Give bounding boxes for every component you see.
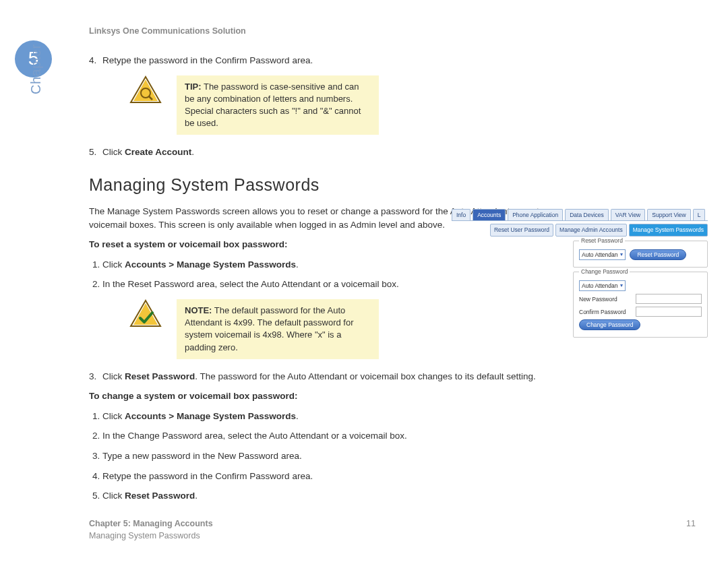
tip-text: The password is case-sensitive and can b… [185,82,361,129]
step-4-text: Retype the password in the Confirm Passw… [102,55,313,65]
change-step-4: Retype the password in the Confirm Passw… [102,470,581,483]
new-password-row: New Password [579,294,702,304]
change-steps-list: Click Accounts > Manage System Passwords… [89,410,581,503]
note-label: NOTE: [185,305,212,315]
subtab-manage-system-passwords[interactable]: Manage System Passwords [629,224,708,236]
footer-section: Managing System Passwords [89,530,213,542]
change-target-select[interactable]: Auto Attendan ▾ [579,280,626,291]
main-tabs-row: Info Accounts Phone Application Data Dev… [452,209,708,221]
change-step-2: In the Change Password area, select the … [102,429,581,443]
change-step-3: Type a new password in the New Password … [102,449,581,463]
reset-s2-text: In the Reset Password area, select the A… [102,279,399,289]
tab-info[interactable]: Info [452,209,471,220]
footer-left: Chapter 5: Managing Accounts Managing Sy… [89,518,213,542]
sub-tabs-row: Reset User Password Manage Admin Account… [452,224,708,236]
change-s4-text: Retype the password in the Confirm Passw… [102,471,313,481]
reset-select-row: Auto Attendan ▾ Reset Password [579,249,702,260]
step-5-bold: Create Account [125,147,191,157]
chapter-side-label: Chapter [26,44,46,94]
change-s1-post: . [296,411,299,421]
reset-s1-post: . [296,259,299,270]
tip-callout: TIP: The password is case-sensitive and … [129,75,379,135]
change-s1-pre: Click [102,411,125,421]
chevron-down-icon: ▾ [620,251,623,259]
new-password-input[interactable] [636,294,702,304]
step-5-post: . [191,147,194,157]
reset-password-button[interactable]: Reset Password [630,249,686,260]
tab-phone-application[interactable]: Phone Application [508,209,563,220]
change-s5-post: . [195,491,198,501]
footer-chapter: Chapter 5: Managing Accounts [89,518,213,530]
settings-column: Reset Password Auto Attendan ▾ Reset Pas… [573,241,708,338]
change-select-row: Auto Attendan ▾ [579,280,702,291]
change-step-5: Click Reset Password. [102,489,581,503]
tab-data-devices[interactable]: Data Devices [565,209,609,220]
step-5-pre: Click [102,147,125,157]
document-page: 5 Chapter Linksys One Communications Sol… [0,0,728,562]
tab-support-view[interactable]: Support View [647,209,690,220]
reset-s3-pre: Click [102,371,125,381]
chevron-down-icon: ▾ [620,282,623,290]
reset-s1-bold: Accounts > Manage System Passwords [125,259,296,270]
change-password-button[interactable]: Change Password [579,319,640,330]
reset-select-value: Auto Attendan [582,251,617,259]
reset-s3-post: . The password for the Auto Attendant or… [195,371,536,381]
change-s1-bold: Accounts > Manage System Passwords [125,411,296,421]
change-select-value: Auto Attendan [582,282,617,290]
footer-row: Chapter 5: Managing Accounts Managing Sy… [89,518,696,542]
fieldset-reset-password: Reset Password Auto Attendan ▾ Reset Pas… [573,241,708,268]
confirm-password-input[interactable] [636,307,702,317]
reset-steps-cont: Click Reset Password. The password for t… [89,370,581,383]
footer-divider [89,513,696,513]
reset-s1-pre: Click [102,259,125,270]
change-s5-pre: Click [102,491,125,501]
change-s3-text: Type a new password in the New Password … [102,451,302,461]
new-password-label: New Password [579,295,632,303]
fieldset-reset-title: Reset Password [579,237,625,245]
change-subheading: To change a system or voicemail box pass… [89,389,581,403]
note-callout: NOTE: The default password for the Auto … [129,299,379,359]
subtab-reset-user-password[interactable]: Reset User Password [490,224,553,236]
confirm-password-label: Confirm Password [579,308,632,316]
footer: Chapter 5: Managing Accounts Managing Sy… [89,513,696,542]
check-triangle-icon [129,299,162,327]
fieldset-change-title: Change Password [579,268,630,276]
reset-step-3: Click Reset Password. The password for t… [102,370,581,383]
continued-steps-list: Retype the password in the Confirm Passw… [89,54,581,67]
change-step-1: Click Accounts > Manage System Passwords… [102,410,581,423]
section-heading: Managing System Passwords [89,173,581,197]
change-s5-bold: Reset Password [125,491,195,501]
tab-overflow[interactable]: L [693,209,706,220]
subtab-manage-admin-accounts[interactable]: Manage Admin Accounts [555,224,627,236]
tip-box: TIP: The password is case-sensitive and … [177,75,379,135]
reset-s3-bold: Reset Password [125,371,195,381]
tab-accounts[interactable]: Accounts [473,209,506,220]
confirm-password-row: Confirm Password [579,307,702,317]
running-header: Linksys One Communications Solution [89,25,246,37]
tab-var-view[interactable]: VAR View [611,209,645,220]
step-4: Retype the password in the Confirm Passw… [102,54,581,67]
embedded-ui-panel: Info Accounts Phone Application Data Dev… [452,209,708,342]
reset-target-select[interactable]: Auto Attendan ▾ [579,249,626,260]
step-5: Click Create Account. [102,146,581,159]
page-number: 11 [686,518,696,542]
fieldset-change-password: Change Password Auto Attendan ▾ New Pass… [573,272,708,338]
tip-label: TIP: [185,82,202,92]
continued-steps-list-2: Click Create Account. [89,146,581,159]
change-button-row: Change Password [579,319,702,330]
header-divider [89,38,696,38]
change-s2-text: In the Change Password area, select the … [102,431,407,441]
warning-triangle-icon [129,75,162,104]
note-box: NOTE: The default password for the Auto … [177,299,379,359]
